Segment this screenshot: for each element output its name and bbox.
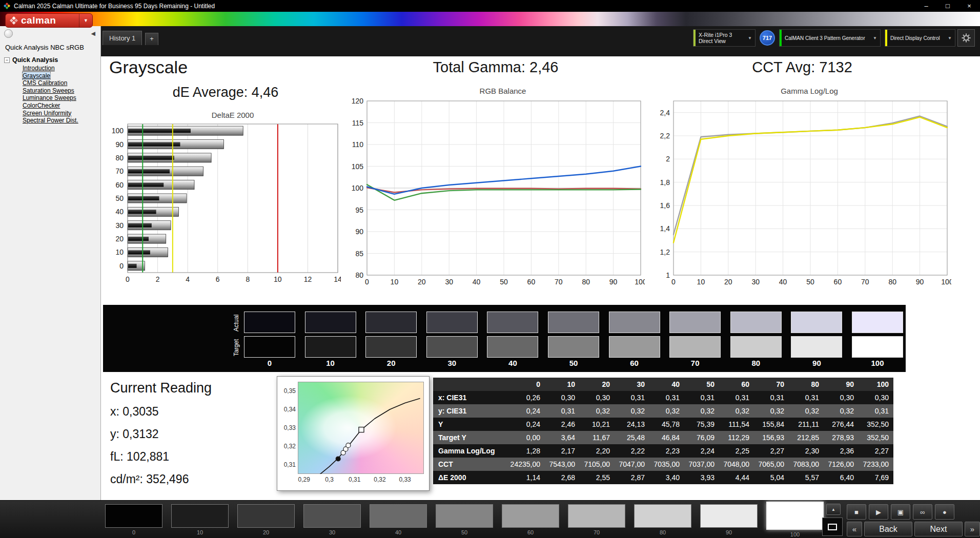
tree-root-quick-analysis[interactable]: −Quick Analysis [4, 56, 99, 65]
x-tick-label: 10 [697, 278, 705, 286]
maximize-button[interactable]: □ [937, 0, 958, 12]
target-swatch-70 [669, 336, 721, 358]
back-button[interactable]: Back [864, 522, 912, 536]
swatch-column-label: 60 [609, 359, 660, 367]
x-tick-label: 30 [445, 278, 453, 286]
gamma-loglog-chart: 010203040506070809010011,21,41,61,822,22… [651, 97, 953, 292]
actual-swatch-60 [609, 312, 660, 333]
swatch-column-label: 10 [305, 359, 356, 367]
play-button[interactable]: ▶ [869, 504, 888, 520]
pattern-patch-20[interactable]: 20 [237, 504, 295, 537]
tree-expander-icon[interactable]: − [4, 57, 10, 63]
table-row-label: Y [433, 418, 510, 431]
display-control-dropdown[interactable]: Direct Display Control ▼ [885, 29, 955, 47]
sidebar-item-luminance-sweeps[interactable]: Luminance Sweeps [4, 94, 99, 102]
pattern-generator-dropdown[interactable]: CalMAN Client 3 Pattern Generator ▼ [779, 29, 881, 47]
pattern-patch-90[interactable]: 90 [700, 504, 758, 537]
cie-overlay [298, 382, 424, 474]
logo-menu-arrow-icon[interactable]: ▼ [79, 14, 92, 27]
swatch-column-label: 40 [487, 359, 538, 367]
deltae-inner-bar-10 [128, 250, 150, 254]
next-button[interactable]: Next [914, 522, 963, 536]
pattern-window-button[interactable] [822, 518, 843, 536]
x-tick-label: 12 [304, 275, 312, 283]
tab-history-1[interactable]: History 1 [103, 31, 142, 45]
sidebar-item-introduction[interactable]: Introduction [4, 65, 99, 72]
rgb-balance-section: Total Gamma: 2,46 RGB Balance 0102030405… [344, 59, 647, 292]
y-tick-label: 115 [352, 119, 364, 127]
table-cell: 2,27 [754, 444, 789, 458]
patch-label: 100 [766, 531, 824, 537]
stop-button[interactable]: ■ [847, 504, 866, 520]
pattern-patch-70[interactable]: 70 [568, 504, 625, 537]
cie-current-point [336, 457, 340, 461]
x-tick-label: 2 [156, 275, 160, 283]
actual-swatch-10 [305, 312, 356, 333]
back-skip-button[interactable]: « [847, 522, 862, 536]
table-cell: 0,30 [859, 391, 893, 404]
table-cell: 0,32 [580, 404, 615, 418]
pattern-patch-60[interactable]: 60 [502, 504, 559, 537]
y-tick-label: 90 [355, 227, 363, 236]
sidebar-item-label: Luminance Sweeps [23, 94, 76, 101]
calman-menu-button[interactable]: calman ▼ [5, 13, 93, 28]
pattern-patch-50[interactable]: 50 [436, 504, 493, 537]
x-tick-label: 30 [751, 278, 760, 286]
sidebar-item-colorchecker[interactable]: ColorChecker [4, 102, 99, 110]
x-tick-label: 6 [216, 275, 220, 283]
y-tick-label: 80 [355, 271, 363, 279]
actual-swatch-100 [852, 312, 903, 333]
patch-color [568, 504, 625, 528]
cie-x-tick: 0,29 [295, 476, 313, 483]
pattern-patch-80[interactable]: 80 [634, 504, 691, 537]
sidebar-item-saturation-sweeps[interactable]: Saturation Sweeps [4, 87, 99, 95]
current-reading-values: x: 0,3035y: 0,3132fL: 102,881cd/m²: 352,… [110, 405, 212, 486]
patch-color [766, 502, 824, 530]
minimize-button[interactable]: – [915, 0, 937, 12]
panel-chevron-up-button[interactable]: ▲ [826, 504, 841, 515]
rgb-chart-title: RGB Balance [344, 87, 647, 95]
table-row-gamma-log-log: Gamma Log/Log1,282,172,202,222,232,242,2… [433, 444, 893, 458]
patch-label: 10 [171, 529, 229, 535]
workflow-title: Quick Analysis NBC sRGB [5, 44, 84, 51]
y-tick-label: 1 [666, 271, 670, 279]
workflow-indicator-icon[interactable] [4, 29, 13, 38]
table-row-y: Y0,242,4610,2124,1345,7875,39111,54155,8… [433, 418, 893, 431]
pattern-patch-100[interactable]: 100 [766, 504, 824, 537]
next-skip-button[interactable]: » [965, 522, 980, 536]
total-gamma-heading: Total Gamma: 2,46 [344, 59, 647, 76]
cie-chromaticity-panel: 0,350,340,330,320,310,290,30,310,320,33 [277, 376, 430, 491]
sidebar-item-spectral-power-dist[interactable]: Spectral Power Dist. [4, 117, 99, 125]
x-tick-label: 90 [609, 278, 618, 286]
sidebar-item-screen-uniformity[interactable]: Screen Uniformity [4, 110, 99, 117]
settings-gear-button[interactable] [957, 29, 975, 47]
calman-logo-icon [10, 16, 18, 25]
table-column-header: 90 [824, 378, 859, 391]
table-cell: 2,36 [824, 444, 859, 458]
sidebar-item-cms-calibration[interactable]: CMS Calibration [4, 79, 99, 87]
close-button[interactable]: × [958, 0, 980, 12]
y-tick-label: 30 [115, 221, 124, 230]
deltae-chart-title: DeltaE 2000 [105, 111, 346, 119]
pattern-patch-30[interactable]: 30 [303, 504, 361, 537]
table-cell: 0,30 [580, 391, 615, 404]
sidebar-item-grayscale[interactable]: Grayscale [4, 72, 99, 80]
gamma-chart-title: Gamma Log/Log [651, 87, 953, 95]
meter-reading-badge[interactable]: 717 [760, 30, 775, 46]
meter-device-dropdown[interactable]: X-Rite i1Pro 3Direct View ▼ [693, 29, 756, 47]
save-button[interactable]: ▣ [891, 504, 910, 520]
actual-swatch-70 [669, 312, 721, 333]
pattern-patch-10[interactable]: 10 [171, 504, 229, 537]
actual-swatch-80 [730, 312, 782, 333]
sidebar-collapse-icon[interactable]: ◀ [91, 30, 95, 37]
deltae-inner-bar-0 [128, 264, 137, 268]
chevron-down-icon: ▼ [870, 36, 880, 40]
y-tick-label: 1,6 [660, 201, 670, 210]
loop-button[interactable]: ∞ [913, 504, 932, 520]
pattern-patch-40[interactable]: 40 [370, 504, 427, 537]
table-cell: 0,24 [510, 404, 545, 418]
pattern-patch-0[interactable]: 0 [105, 504, 162, 537]
record-button[interactable]: ● [935, 504, 954, 520]
add-tab-button[interactable]: + [145, 33, 158, 45]
table-cell: 352,50 [859, 418, 893, 431]
